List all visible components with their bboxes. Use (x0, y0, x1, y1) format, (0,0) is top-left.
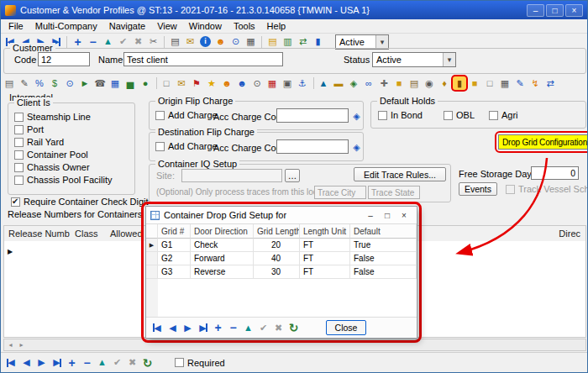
chart-icon[interactable]: ▅ (123, 76, 137, 90)
menu-tools[interactable]: Tools (228, 20, 261, 32)
sync-icon[interactable]: ⇄ (296, 35, 310, 49)
drop-grid-icon[interactable]: ▮ (453, 76, 466, 90)
prev-record-icon[interactable]: ◀ (19, 356, 34, 370)
delete-row-icon[interactable]: − (80, 356, 94, 370)
contact-icon[interactable]: ☻ (213, 35, 228, 49)
menu-view[interactable]: View (151, 20, 183, 32)
add-record-icon[interactable]: + (71, 35, 85, 49)
chevron-down-icon[interactable]: ▾ (375, 35, 388, 49)
status-combo[interactable]: Active ▾ (372, 52, 456, 67)
people-icon[interactable]: ☻ (235, 76, 249, 90)
events-button[interactable]: Events (459, 182, 497, 196)
code-input[interactable] (38, 52, 90, 66)
checkbox-destination-add-charge[interactable]: Add Charge (155, 141, 218, 151)
drop-grid-configuration-button[interactable]: Drop Grid Configuration (498, 134, 588, 150)
computer-icon[interactable]: ▦ (108, 76, 122, 90)
table-row[interactable]: G2 Forward 40 FT False (146, 252, 417, 265)
maximize-button[interactable]: □ (546, 4, 564, 17)
checkbox-required[interactable]: Required (175, 358, 225, 368)
edit-trace-rules-button[interactable]: Edit Trace Rules... (354, 167, 446, 181)
truck-icon[interactable]: ▣ (281, 76, 294, 90)
dialog-close-icon[interactable]: × (396, 211, 412, 220)
link-icon[interactable]: ∞ (362, 76, 375, 90)
archive-icon[interactable]: ▤ (407, 76, 421, 90)
origin-acc-lookup-icon[interactable]: ◈ (349, 109, 364, 123)
clock-icon[interactable]: ⊙ (228, 35, 243, 49)
ship-icon[interactable]: ▲ (317, 76, 330, 90)
destination-acc-charge-code-input[interactable] (276, 139, 349, 154)
prev-record-icon[interactable]: ◀ (165, 321, 180, 334)
clock2-icon[interactable]: ⊙ (250, 76, 264, 90)
delete-record-icon[interactable]: − (86, 35, 100, 49)
next-record-icon[interactable]: ▶ (181, 321, 195, 334)
dialog-minimize-button[interactable]: – (362, 211, 379, 220)
name-input[interactable] (123, 52, 283, 66)
chevron-down-icon[interactable]: ▾ (443, 53, 455, 66)
minimize-button[interactable]: – (527, 4, 544, 17)
first-record-icon[interactable]: ◀ (150, 321, 165, 334)
notes-icon[interactable]: ✎ (18, 76, 31, 90)
percent-icon[interactable]: % (33, 76, 46, 90)
scroll-left-icon[interactable]: ◂ (6, 340, 15, 349)
scroll-right-icon[interactable]: ▸ (17, 340, 26, 349)
cancel-icon[interactable]: ✖ (271, 321, 286, 334)
person-icon[interactable]: ☻ (220, 76, 234, 90)
last-record-icon[interactable]: ▶ (50, 356, 64, 370)
star-icon[interactable]: ★ (205, 76, 218, 90)
checkbox-rail-yard[interactable]: Rail Yard (14, 137, 134, 147)
up-arrow-icon[interactable]: ▲ (95, 356, 109, 370)
next-record-icon[interactable]: ▶ (34, 356, 49, 370)
search-icon[interactable]: ⊙ (63, 76, 76, 90)
checkbox-obl[interactable]: OBL (444, 110, 475, 120)
key-icon[interactable]: ♦ (438, 76, 451, 90)
database-icon[interactable]: ▮ (311, 35, 325, 49)
bolt-icon[interactable]: ↯ (528, 76, 542, 90)
last-record-icon[interactable]: ▶ (196, 321, 210, 334)
copy-icon[interactable]: ▤ (3, 76, 16, 90)
checkbox-require-container-check-digit[interactable]: Require Container Check Digit (11, 197, 149, 207)
folder2-icon[interactable]: ■ (468, 76, 481, 90)
info-icon[interactable]: i (200, 36, 211, 47)
checkbox-container-pool[interactable]: Container Pool (14, 150, 134, 160)
cancel-icon[interactable]: ✖ (131, 35, 145, 49)
origin-acc-charge-code-input[interactable] (276, 108, 349, 123)
checkbox-port[interactable]: Port (14, 124, 134, 134)
container-icon[interactable]: ▬ (332, 76, 345, 90)
mail2-icon[interactable]: ✉ (175, 76, 188, 90)
tools-icon[interactable]: ✚ (377, 76, 391, 90)
free-storage-days-input[interactable] (531, 166, 579, 180)
save-icon[interactable]: ✔ (256, 321, 270, 334)
document2-icon[interactable]: □ (483, 76, 496, 90)
mail-icon[interactable]: ✉ (183, 35, 197, 49)
refresh-icon[interactable]: ↻ (286, 321, 301, 334)
menu-navigate[interactable]: Navigate (103, 20, 151, 32)
checkbox-origin-add-charge[interactable]: Add Charge (155, 110, 218, 120)
cut-icon[interactable]: ✂ (146, 35, 160, 49)
globe-icon[interactable]: ● (139, 76, 152, 90)
flag-icon[interactable]: ⚑ (190, 76, 203, 90)
destination-acc-lookup-icon[interactable]: ◈ (349, 140, 364, 154)
delete-row-icon[interactable]: − (226, 321, 240, 334)
phone-icon[interactable]: ☎ (93, 76, 107, 90)
dialog-close-button[interactable]: Close (326, 320, 366, 335)
save-icon[interactable]: ✔ (116, 35, 130, 49)
calendar-icon[interactable]: ▦ (265, 76, 279, 90)
menu-file[interactable]: File (3, 20, 29, 32)
map-icon[interactable]: ◈ (347, 76, 360, 90)
calculator-icon[interactable]: ▦ (244, 35, 258, 49)
folder-icon[interactable]: ■ (392, 76, 406, 90)
money-icon[interactable]: $ (48, 76, 61, 90)
directions-icon[interactable]: ► (78, 76, 92, 90)
anchor-icon[interactable]: ⚓ (296, 76, 309, 90)
cancel-icon[interactable]: ✖ (125, 356, 139, 370)
up-arrow-icon[interactable]: ▲ (241, 321, 255, 334)
checkbox-steamship-line[interactable]: Steamship Line (14, 112, 134, 122)
table-row[interactable]: ▶ G1 Check 20 FT True (146, 239, 417, 252)
calculator2-icon[interactable]: ▦ (498, 76, 512, 90)
site-browse-button[interactable]: … (285, 169, 300, 182)
menu-window[interactable]: Window (183, 20, 228, 32)
ledger-icon[interactable]: ▤ (265, 35, 280, 49)
checkbox-chassis-owner[interactable]: Chassis Owner (14, 162, 134, 172)
save-icon[interactable]: ✔ (110, 356, 124, 370)
record-filter-combo[interactable]: Active ▾ (335, 34, 389, 50)
